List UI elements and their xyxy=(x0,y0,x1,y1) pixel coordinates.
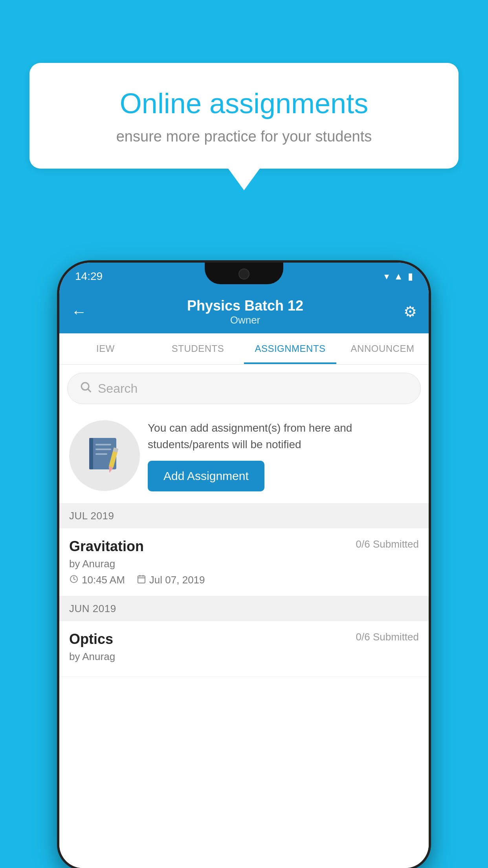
promo-icon-circle xyxy=(69,420,140,491)
speech-bubble-arrow xyxy=(228,169,260,190)
speech-bubble-card: Online assignments ensure more practice … xyxy=(29,63,459,169)
assignment-date: Jul 07, 2019 xyxy=(149,574,205,586)
status-icons: ▾ ▲ ▮ xyxy=(384,271,413,282)
assignment-item-optics[interactable]: Optics 0/6 Submitted by Anurag xyxy=(59,621,429,677)
phone-notch xyxy=(205,263,283,284)
assignment-author: by Anurag xyxy=(69,558,419,570)
settings-button[interactable]: ⚙ xyxy=(404,303,417,320)
search-placeholder-text: Search xyxy=(98,381,138,396)
wifi-icon: ▾ xyxy=(384,271,389,282)
calendar-icon xyxy=(137,574,146,586)
assignment-item-gravitation[interactable]: Gravitation 0/6 Submitted by Anurag 10:4… xyxy=(59,528,429,596)
promo-description: You can add assignment(s) from here and … xyxy=(148,420,419,453)
svg-rect-3 xyxy=(89,438,93,469)
tab-students[interactable]: STUDENTS xyxy=(152,333,244,364)
section-header-jun: JUN 2019 xyxy=(59,596,429,621)
assignment-time: 10:45 AM xyxy=(82,574,125,586)
assignment-meta: 10:45 AM Jul 07, 2019 xyxy=(69,574,419,586)
svg-line-1 xyxy=(88,389,91,392)
content-area: Search xyxy=(59,365,429,868)
svg-rect-6 xyxy=(95,453,107,455)
assignment-author-optics: by Anurag xyxy=(69,651,419,663)
search-icon xyxy=(79,381,92,396)
batch-title: Physics Batch 12 xyxy=(187,298,303,314)
back-button[interactable]: ← xyxy=(71,303,87,321)
assignment-item-header-optics: Optics 0/6 Submitted xyxy=(69,631,419,647)
speech-bubble-title: Online assignments xyxy=(57,86,431,120)
phone-camera xyxy=(238,268,250,280)
assignment-name-optics: Optics xyxy=(69,631,113,647)
promo-text-area: You can add assignment(s) from here and … xyxy=(148,420,419,491)
search-bar[interactable]: Search xyxy=(67,373,421,404)
meta-time: 10:45 AM xyxy=(69,574,125,586)
assignment-promo: You can add assignment(s) from here and … xyxy=(59,412,429,504)
tabs-bar: IEW STUDENTS ASSIGNMENTS ANNOUNCEM xyxy=(59,333,429,365)
tab-iew[interactable]: IEW xyxy=(59,333,152,364)
svg-point-0 xyxy=(81,383,89,390)
assignment-name: Gravitation xyxy=(69,538,144,555)
tab-assignments[interactable]: ASSIGNMENTS xyxy=(244,333,336,364)
phone-screen: 14:29 ▾ ▲ ▮ ← Physics Batch 12 Owner ⚙ I… xyxy=(59,263,429,868)
speech-bubble-section: Online assignments ensure more practice … xyxy=(29,63,459,190)
header-title-area: Physics Batch 12 Owner xyxy=(187,298,303,326)
svg-rect-5 xyxy=(95,449,111,450)
add-assignment-button[interactable]: Add Assignment xyxy=(148,461,264,491)
assignment-submitted-optics: 0/6 Submitted xyxy=(356,631,419,643)
status-time: 14:29 xyxy=(75,270,103,283)
assignment-item-header: Gravitation 0/6 Submitted xyxy=(69,538,419,555)
assignment-submitted: 0/6 Submitted xyxy=(356,538,419,550)
battery-icon: ▮ xyxy=(408,271,413,282)
batch-subtitle: Owner xyxy=(187,314,303,326)
signal-icon: ▲ xyxy=(394,271,403,282)
phone-frame: 14:29 ▾ ▲ ▮ ← Physics Batch 12 Owner ⚙ I… xyxy=(59,263,429,868)
svg-rect-4 xyxy=(95,444,111,445)
tab-announcements[interactable]: ANNOUNCEM xyxy=(336,333,429,364)
section-header-jul: JUL 2019 xyxy=(59,504,429,528)
app-header: ← Physics Batch 12 Owner ⚙ xyxy=(59,290,429,333)
notebook-icon xyxy=(87,436,122,475)
clock-icon xyxy=(69,574,79,586)
speech-bubble-subtitle: ensure more practice for your students xyxy=(57,128,431,145)
meta-date: Jul 07, 2019 xyxy=(137,574,205,586)
svg-rect-11 xyxy=(138,576,145,583)
